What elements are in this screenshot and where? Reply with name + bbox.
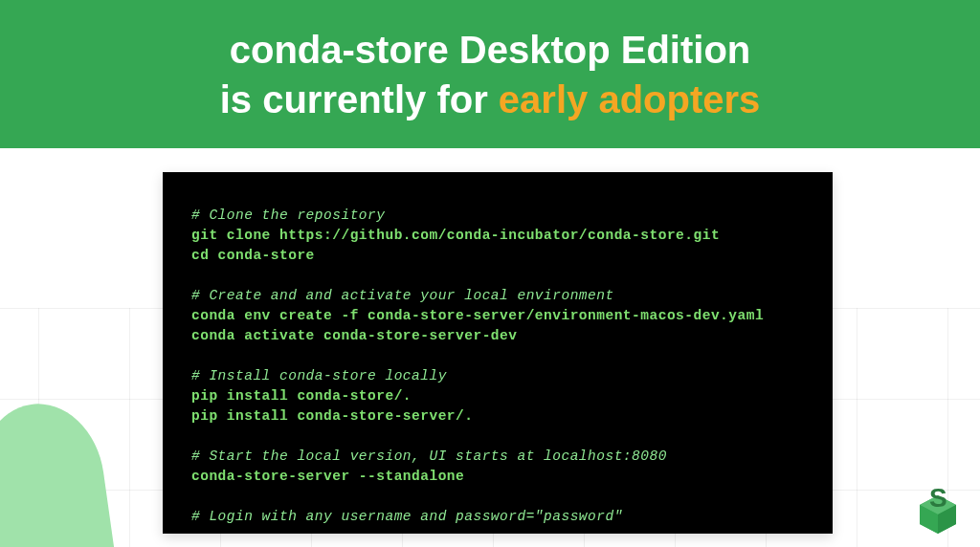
svg-marker-1: [920, 495, 956, 514]
terminal-command: conda env create -f conda-store-server/e…: [191, 306, 804, 326]
cube-icon: [913, 486, 963, 536]
header-highlight: early adopters: [499, 78, 760, 120]
terminal-window: # Clone the repositorygit clone https://…: [163, 172, 833, 534]
terminal-blank-line: [191, 346, 804, 366]
terminal-command: conda-store-server --standalone: [191, 467, 804, 487]
terminal-command: pip install conda-store-server/.: [191, 406, 804, 427]
svg-marker-2: [938, 505, 956, 534]
terminal-command: pip install conda-store/.: [191, 386, 804, 406]
header-line-1: conda-store Desktop Edition: [230, 25, 751, 75]
terminal-comment: # Start the local version, UI starts at …: [191, 447, 804, 467]
svg-marker-3: [920, 505, 938, 534]
header-banner: conda-store Desktop Edition is currently…: [0, 0, 980, 148]
terminal-command: conda activate conda-store-server-dev: [191, 326, 804, 346]
header-line-2-prefix: is currently for: [220, 78, 499, 120]
terminal-comment: # Login with any username and password="…: [191, 507, 804, 527]
svg-marker-0: [920, 495, 956, 534]
terminal-command: cd conda-store: [191, 246, 804, 266]
terminal-comment: # Install conda-store locally: [191, 366, 804, 386]
terminal-blank-line: [191, 487, 804, 507]
terminal-comment: # Create and and activate your local env…: [191, 286, 804, 306]
header-line-2: is currently for early adopters: [220, 75, 761, 124]
terminal-blank-line: [191, 266, 804, 286]
terminal-command: git clone https://github.com/conda-incub…: [191, 226, 804, 246]
terminal-blank-line: [191, 427, 804, 447]
logo-letter: S: [929, 483, 947, 514]
conda-store-logo: S: [913, 486, 963, 536]
terminal-comment: # Clone the repository: [191, 206, 804, 226]
background-shape: [0, 396, 117, 547]
